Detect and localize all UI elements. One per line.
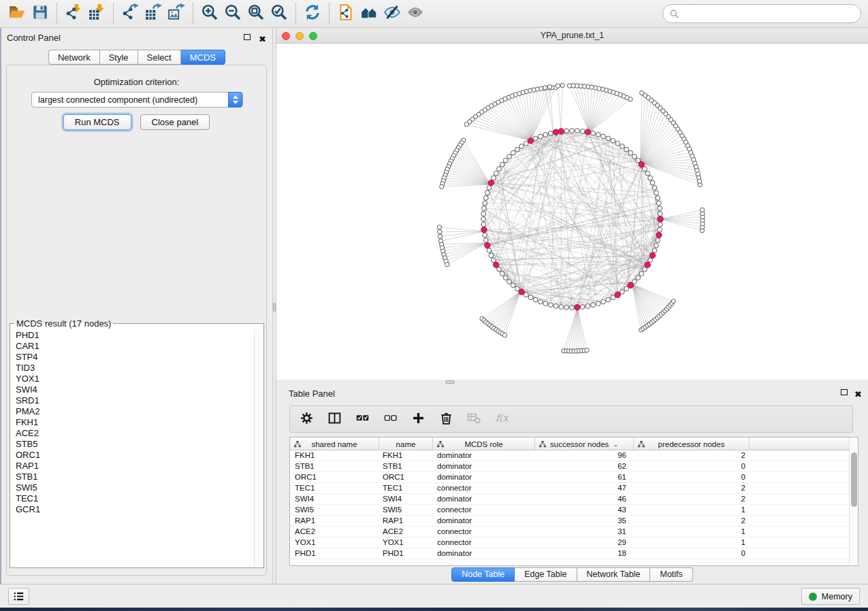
cell-shared-name[interactable]: STB1	[290, 461, 379, 472]
control-panel-float-button[interactable]	[244, 33, 254, 42]
mcds-result-item[interactable]: GCR1	[11, 504, 254, 515]
close-panel-button[interactable]: Close panel	[140, 114, 210, 130]
network-window-titlebar[interactable]: YPA_prune.txt_1	[276, 28, 868, 44]
table-row-TEC1[interactable]: TEC1TEC1connector472	[290, 483, 849, 494]
cell-successor-nodes[interactable]: 46	[535, 494, 634, 504]
table-options-button[interactable]	[298, 411, 315, 427]
cell-name[interactable]: YOX1	[379, 538, 433, 548]
node-table-grid[interactable]: shared namenameMCDS rolesuccessor nodes⌄…	[290, 437, 849, 565]
mcds-result-list[interactable]: PHD1CAR1STP4TID3YOX1SWI4SRD1PMA2FKH1ACE2…	[11, 330, 254, 567]
mcds-result-item[interactable]: TEC1	[11, 493, 254, 504]
cell-shared-name[interactable]: PHD1	[290, 548, 379, 559]
cell-predecessor-nodes[interactable]: 2	[634, 516, 750, 526]
column-header-predecessor-nodes[interactable]: predecessor nodes	[634, 437, 750, 450]
tab-mcds[interactable]: MCDS	[181, 50, 225, 65]
mcds-result-item[interactable]: RAP1	[11, 461, 254, 472]
run-mcds-button[interactable]: Run MCDS	[63, 114, 131, 130]
toggle-columns-button[interactable]	[326, 411, 342, 427]
table-row-SWI4[interactable]: SWI4SWI4dominator462	[290, 494, 849, 505]
cell-name[interactable]: STB1	[379, 461, 433, 472]
zoom-fit-button[interactable]	[244, 2, 268, 25]
splitter-handle[interactable]	[445, 380, 455, 384]
table-row-RAP1[interactable]: RAP1RAP1dominator352	[290, 516, 849, 527]
tab-style[interactable]: Style	[100, 50, 138, 65]
mcds-result-item[interactable]: STB5	[11, 439, 254, 450]
table-row-FKH1[interactable]: FKH1FKH1dominator962	[290, 450, 849, 461]
tab-node-table[interactable]: Node Table	[451, 567, 515, 582]
table-row-SWI5[interactable]: SWI5SWI5connector431	[290, 505, 849, 516]
mcds-result-item[interactable]: SWI4	[11, 384, 254, 395]
cell-MCDS-role[interactable]: dominator	[433, 516, 535, 526]
table-row-ACE2[interactable]: ACE2ACE2connector311	[290, 527, 849, 538]
cell-predecessor-nodes[interactable]: 0	[634, 472, 750, 482]
cell-name[interactable]: ORC1	[379, 472, 433, 482]
equation-builder-button[interactable]: f(x)	[494, 411, 510, 427]
delete-table-button[interactable]	[466, 411, 482, 427]
cell-successor-nodes[interactable]: 18	[535, 548, 634, 559]
mcds-result-item[interactable]: YOX1	[11, 374, 254, 384]
control-panel-close-button[interactable]: ✖	[259, 33, 269, 42]
show-neighbors-button[interactable]	[357, 2, 381, 25]
import-table-button[interactable]	[85, 2, 108, 25]
cell-shared-name[interactable]: ACE2	[290, 527, 379, 537]
network-canvas[interactable]	[276, 44, 868, 380]
mcds-result-item[interactable]: SWI5	[11, 482, 254, 493]
mcds-list-scrollbar[interactable]	[254, 329, 263, 567]
save-session-button[interactable]	[29, 2, 52, 25]
column-header-successor-nodes[interactable]: successor nodes⌄	[535, 437, 634, 450]
table-panel-close-button[interactable]: ✖	[854, 388, 865, 397]
cell-name[interactable]: PHD1	[379, 548, 433, 559]
network-from-document-button[interactable]	[334, 2, 357, 25]
cell-name[interactable]: FKH1	[379, 450, 433, 461]
cell-successor-nodes[interactable]: 62	[535, 461, 634, 472]
cell-name[interactable]: RAP1	[379, 516, 433, 526]
scrollbar-thumb[interactable]	[851, 452, 857, 507]
cell-predecessor-nodes[interactable]: 0	[634, 461, 750, 472]
cell-shared-name[interactable]: SWI5	[290, 505, 379, 515]
cell-predecessor-nodes[interactable]: 1	[634, 527, 750, 537]
cell-MCDS-role[interactable]: connector	[433, 483, 535, 493]
cell-shared-name[interactable]: SWI4	[290, 494, 379, 504]
memory-button[interactable]: Memory	[801, 588, 860, 605]
cell-shared-name[interactable]: TEC1	[290, 483, 379, 493]
deselect-all-columns-button[interactable]	[382, 411, 398, 427]
criterion-select[interactable]: largest connected component (undirected)	[31, 92, 243, 108]
cell-successor-nodes[interactable]: 43	[535, 505, 634, 515]
mcds-result-item[interactable]: TID3	[11, 363, 254, 374]
cell-name[interactable]: SWI5	[379, 505, 433, 515]
table-row-ORC1[interactable]: ORC1ORC1dominator610	[290, 472, 849, 483]
cell-predecessor-nodes[interactable]: 1	[634, 538, 750, 548]
show-panels-button[interactable]	[8, 588, 29, 605]
cell-successor-nodes[interactable]: 47	[535, 483, 634, 493]
column-header-MCDS-role[interactable]: MCDS role	[433, 437, 535, 450]
cell-shared-name[interactable]: FKH1	[290, 450, 379, 461]
export-table-button[interactable]	[142, 2, 165, 25]
cell-successor-nodes[interactable]: 96	[535, 450, 634, 461]
import-network-button[interactable]	[62, 2, 85, 25]
cell-MCDS-role[interactable]: dominator	[433, 548, 535, 559]
cell-name[interactable]: SWI4	[379, 494, 433, 504]
cell-name[interactable]: TEC1	[379, 483, 433, 493]
mcds-result-item[interactable]: ORC1	[11, 450, 254, 461]
delete-column-button[interactable]	[438, 411, 454, 427]
cell-predecessor-nodes[interactable]: 1	[634, 505, 750, 515]
cell-MCDS-role[interactable]: connector	[433, 538, 535, 548]
mcds-result-item[interactable]: STB1	[11, 472, 254, 482]
cell-predecessor-nodes[interactable]: 2	[634, 450, 750, 461]
mcds-result-item[interactable]: STP4	[11, 352, 254, 363]
cell-name[interactable]: ACE2	[379, 527, 433, 537]
zoom-out-button[interactable]	[221, 2, 244, 25]
column-header-name[interactable]: name	[379, 437, 433, 450]
cell-MCDS-role[interactable]: dominator	[433, 450, 535, 461]
cell-MCDS-role[interactable]: connector	[433, 505, 535, 515]
search-input[interactable]	[683, 7, 861, 20]
horizontal-splitter[interactable]	[276, 380, 868, 384]
create-column-button[interactable]	[410, 411, 426, 427]
open-session-button[interactable]	[5, 2, 29, 25]
cell-MCDS-role[interactable]: dominator	[433, 472, 535, 482]
mcds-result-item[interactable]: SRD1	[11, 395, 254, 406]
cell-predecessor-nodes[interactable]: 2	[634, 483, 750, 493]
tab-select[interactable]: Select	[138, 50, 181, 65]
select-all-columns-button[interactable]	[354, 411, 370, 427]
cell-MCDS-role[interactable]: connector	[433, 527, 535, 537]
